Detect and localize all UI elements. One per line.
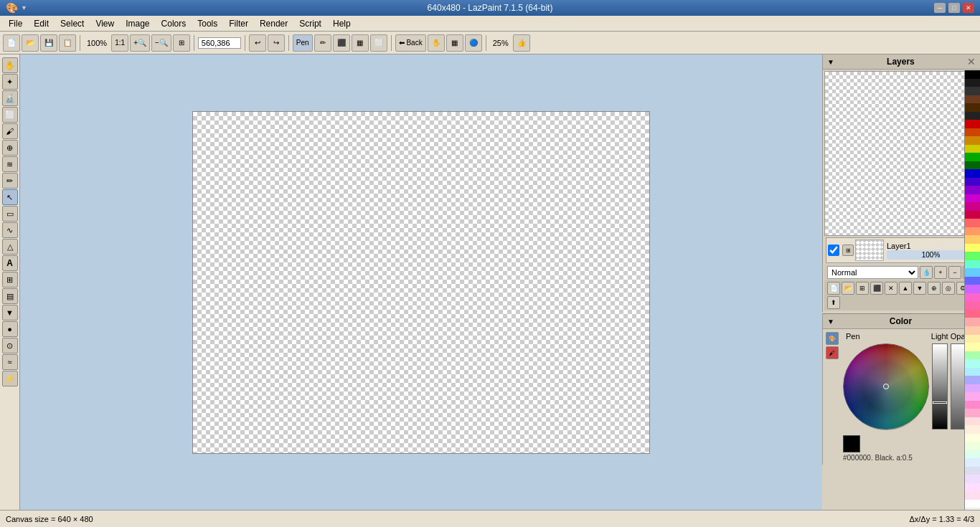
palette-color-10[interactable]	[965, 153, 980, 161]
menu-select[interactable]: Select	[55, 17, 90, 30]
layer-up-btn[interactable]: ▲	[899, 282, 912, 295]
layer-new-btn[interactable]: 📄	[827, 282, 840, 295]
layer-duplicate-btn[interactable]: ⊞	[856, 282, 869, 295]
maximize-button[interactable]: □	[948, 3, 960, 13]
menu-view[interactable]: View	[90, 17, 120, 30]
layer-visibility-checkbox[interactable]	[828, 244, 839, 256]
tool-clone[interactable]: ⊕	[2, 140, 18, 156]
palette-color-18[interactable]	[965, 219, 980, 227]
palette-color-7[interactable]	[965, 128, 980, 137]
palette-color-9[interactable]	[965, 145, 980, 153]
saveas-button[interactable]: 📋	[59, 34, 76, 52]
tool-pencil[interactable]: ✏	[2, 173, 18, 189]
tool-blend[interactable]: ≈	[2, 354, 18, 370]
close-button[interactable]: ✕	[963, 3, 974, 13]
hand-tool-button[interactable]: ✋	[428, 34, 445, 52]
redo-button[interactable]: ↪	[268, 34, 285, 52]
palette-color-48[interactable]	[965, 467, 980, 475]
layer-remove-btn[interactable]: ✕	[885, 282, 897, 295]
tool-eyedropper[interactable]: 🔬	[2, 90, 18, 106]
palette-color-6[interactable]	[965, 120, 980, 128]
palette-color-19[interactable]	[965, 227, 980, 236]
palette-color-47[interactable]	[965, 458, 980, 467]
bg-color-icon[interactable]: 🖌	[826, 346, 839, 359]
palette-color-27[interactable]	[965, 293, 980, 302]
palette-color-25[interactable]	[965, 277, 980, 285]
palette-color-26[interactable]	[965, 285, 980, 293]
menu-help[interactable]: Help	[327, 17, 357, 30]
canvas-checkerboard[interactable]	[192, 111, 650, 454]
menu-file[interactable]: File	[3, 17, 28, 30]
zoom-in-button[interactable]: +🔍	[130, 34, 150, 52]
open-button[interactable]: 📂	[22, 34, 39, 52]
palette-color-5[interactable]	[965, 112, 980, 120]
pen-mode-button[interactable]: Pen	[293, 34, 313, 52]
zoom-grid-button[interactable]: ⊞	[173, 34, 190, 52]
palette-color-12[interactable]	[965, 169, 980, 178]
tool-hand[interactable]: ✋	[2, 57, 18, 73]
palette-color-29[interactable]	[965, 310, 980, 318]
menu-edit[interactable]: Edit	[28, 17, 55, 30]
palette-color-44[interactable]	[965, 434, 980, 442]
palette-color-51[interactable]	[965, 491, 980, 500]
layer-down-btn[interactable]: ▼	[913, 282, 926, 295]
palette-color-33[interactable]	[965, 343, 980, 351]
palette-color-24[interactable]	[965, 268, 980, 277]
palette-color-35[interactable]	[965, 359, 980, 368]
palette-color-14[interactable]	[965, 186, 980, 194]
color-wheel[interactable]	[843, 343, 929, 429]
menu-filter[interactable]: Filter	[223, 17, 254, 30]
tool-magic-wand[interactable]: ✦	[2, 74, 18, 90]
palette-color-22[interactable]	[965, 252, 980, 260]
layer-export-btn[interactable]: ⬆	[827, 296, 840, 309]
minimize-button[interactable]: ─	[934, 3, 946, 13]
palette-color-4[interactable]	[965, 103, 980, 112]
palette-color-42[interactable]	[965, 417, 980, 426]
palette-color-39[interactable]	[965, 392, 980, 401]
layer-open-btn[interactable]: 📂	[842, 282, 854, 295]
palette-color-45[interactable]	[965, 442, 980, 450]
layer-zoom-in-btn[interactable]: +	[934, 266, 947, 279]
layer-zoom-out-btn[interactable]: −	[948, 266, 961, 279]
tool-gradient[interactable]: ▤	[2, 288, 18, 304]
tool-select-arrow[interactable]: ↖	[2, 189, 18, 205]
palette-color-30[interactable]	[965, 318, 980, 326]
palette-color-38[interactable]	[965, 384, 980, 393]
menu-colors[interactable]: Colors	[156, 17, 192, 30]
thumbs-up-button[interactable]: 👍	[513, 34, 530, 52]
color-panel-arrow[interactable]: ▼	[827, 318, 834, 326]
palette-color-16[interactable]	[965, 202, 980, 211]
tool-deform[interactable]: ⊙	[2, 338, 18, 353]
tool-curve[interactable]: ∿	[2, 222, 18, 238]
layer-row[interactable]: ⊞ Layer1 100%	[826, 237, 977, 263]
palette-color-8[interactable]	[965, 136, 980, 145]
palette-color-37[interactable]	[965, 376, 980, 384]
palette-color-21[interactable]	[965, 244, 980, 252]
canvas-area[interactable]	[20, 54, 822, 510]
save-button[interactable]: 💾	[40, 34, 57, 52]
palette-color-50[interactable]	[965, 483, 980, 492]
tool-smudge[interactable]: ≋	[2, 156, 18, 172]
pen-color-icon[interactable]: 🎨	[826, 332, 839, 345]
palette-color-0[interactable]	[965, 70, 980, 79]
palette-color-40[interactable]	[965, 401, 980, 409]
palette-color-17[interactable]	[965, 211, 980, 219]
tool-eraser[interactable]: ⬜	[2, 107, 18, 123]
tool-polygon[interactable]: △	[2, 239, 18, 255]
tool-rect-select[interactable]: ▭	[2, 206, 18, 222]
tool-fill[interactable]: ▼	[2, 305, 18, 321]
palette-color-49[interactable]	[965, 475, 980, 483]
layer-water-icon[interactable]: 💧	[920, 266, 933, 279]
palette-color-23[interactable]	[965, 260, 980, 269]
palette-color-31[interactable]	[965, 326, 980, 335]
palette-color-1[interactable]	[965, 79, 980, 87]
palette-color-36[interactable]	[965, 368, 980, 376]
palette-color-46[interactable]	[965, 450, 980, 459]
palette-color-20[interactable]	[965, 235, 980, 244]
palette-color-41[interactable]	[965, 409, 980, 417]
tool-transform[interactable]: ⊞	[2, 272, 18, 288]
tool-option1[interactable]: ✏	[314, 34, 331, 52]
current-color-swatch[interactable]	[843, 435, 860, 452]
undo-button[interactable]: ↩	[249, 34, 266, 52]
palette-color-13[interactable]	[965, 178, 980, 186]
